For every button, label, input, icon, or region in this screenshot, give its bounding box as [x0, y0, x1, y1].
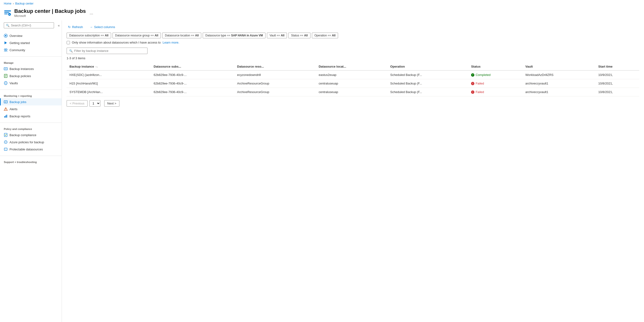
svg-rect-17 — [4, 101, 7, 103]
previous-button[interactable]: < Previous — [66, 100, 88, 106]
status-label: Completed — [476, 73, 490, 77]
refresh-button[interactable]: ↻ Refresh — [66, 24, 84, 30]
cell-operation: Scheduled Backup (F... — [387, 70, 468, 79]
sidebar-item-backup-jobs-label: Backup jobs — [10, 100, 26, 104]
nav-section-top: Overview Getting started Community — [0, 30, 62, 56]
failed-icon — [471, 90, 474, 94]
completed-icon — [471, 73, 474, 77]
sidebar-item-community[interactable]: Community — [0, 46, 62, 54]
backup-reports-icon — [4, 114, 8, 118]
cell-datasource-subs: 62b829ee-7936-40c9-... — [151, 88, 234, 96]
nav-section-policy: Policy and compliance Backup compliance … — [0, 124, 62, 155]
breadcrumb-current[interactable]: Backup center — [15, 2, 34, 5]
filter-chips: Datasource subscription == All Datasourc… — [66, 32, 639, 38]
cell-status: Failed — [468, 79, 522, 88]
sidebar: 🔍 « Overview Getting started — [0, 20, 62, 322]
cell-vault: WorkloadAzDrillZRS — [522, 70, 596, 79]
filter-input-wrap: 🔍 — [66, 48, 148, 54]
filter-chip-datasource-resource-group[interactable]: Datasource resource group == All — [112, 32, 161, 38]
overview-icon — [4, 34, 8, 38]
status-failed: Failed — [471, 90, 520, 94]
cell-status: Completed — [468, 70, 522, 79]
refresh-icon: ↻ — [68, 25, 71, 29]
datasource-checkbox-label: Only show information about datasources … — [72, 41, 161, 44]
col-status: Status — [468, 63, 522, 70]
cell-datasource-reso: ArchiveResourceGroup — [234, 88, 316, 96]
select-columns-icon: → — [90, 25, 93, 29]
svg-rect-23 — [4, 116, 5, 118]
sidebar-item-vaults[interactable]: Vaults — [0, 80, 62, 87]
cell-start-time: 10/9/2021, — [596, 70, 639, 79]
filter-chip-vault[interactable]: Vault == All — [267, 32, 287, 38]
next-button[interactable]: Next > — [104, 100, 120, 106]
svg-rect-24 — [6, 116, 6, 118]
table-row[interactable]: SYSTEMDB [ArchHan... 62b829ee-7936-40c9-… — [66, 88, 639, 96]
cell-start-time: 10/8/2021, — [596, 79, 639, 88]
sidebar-item-protectable-datasources-label: Protectable datasources — [10, 148, 43, 151]
svg-rect-10 — [5, 68, 7, 69]
svg-point-5 — [5, 35, 6, 36]
sidebar-search-input[interactable] — [11, 24, 52, 27]
col-start-time: Start time — [596, 63, 639, 70]
cell-status: Failed — [468, 88, 522, 96]
sidebar-search[interactable]: 🔍 — [4, 22, 54, 28]
divider-policy — [0, 122, 62, 123]
sort-icon[interactable]: ↑↓ — [96, 66, 98, 68]
select-columns-button[interactable]: → Select columns — [88, 24, 116, 30]
sidebar-item-backup-policies[interactable]: Backup policies — [0, 72, 62, 80]
status-completed: Completed — [471, 73, 520, 77]
header-icon — [4, 9, 12, 17]
sidebar-item-getting-started[interactable]: Getting started — [0, 39, 62, 46]
sidebar-item-backup-instances[interactable]: Backup instances — [0, 65, 62, 72]
svg-point-16 — [5, 82, 6, 84]
azure-policies-icon — [4, 140, 8, 144]
sidebar-item-protectable-datasources[interactable]: Protectable datasources — [0, 146, 62, 153]
policy-section-title: Policy and compliance — [0, 126, 62, 131]
filter-backup-instance-input[interactable] — [74, 49, 145, 52]
ellipsis-button[interactable]: ... — [89, 10, 94, 16]
sidebar-item-backup-compliance[interactable]: Backup compliance — [0, 131, 62, 138]
svg-point-22 — [6, 110, 6, 110]
table-row[interactable]: HXE(SDC) [azdrillzon... 62b829ee-7936-40… — [66, 70, 639, 79]
filter-chip-datasource-subscription[interactable]: Datasource subscription == All — [66, 32, 111, 38]
sidebar-item-overview[interactable]: Overview — [0, 32, 62, 39]
breadcrumb-home[interactable]: Home — [4, 2, 12, 5]
items-count: 1-3 of 3 items — [66, 56, 639, 60]
datasource-checkbox[interactable] — [66, 41, 70, 44]
search-icon: 🔍 — [6, 24, 10, 27]
sidebar-item-backup-jobs[interactable]: Backup jobs — [0, 98, 62, 106]
filter-chip-operation[interactable]: Operation == All — [312, 32, 338, 38]
page-select[interactable]: 1 — [90, 100, 100, 106]
svg-rect-1 — [4, 12, 9, 13]
backup-compliance-icon — [4, 133, 8, 137]
status-failed: Failed — [471, 82, 520, 85]
filter-chip-datasource-location[interactable]: Datasource location == All — [162, 32, 201, 38]
page-header: Backup center | Backup jobs Microsoft ..… — [0, 7, 644, 20]
sidebar-item-backup-instances-label: Backup instances — [10, 67, 34, 71]
sidebar-item-backup-reports[interactable]: Backup reports — [0, 112, 62, 120]
backup-policies-icon — [4, 74, 8, 78]
col-backup-instance: Backup instance ↑↓ — [66, 63, 151, 70]
sidebar-item-backup-policies-label: Backup policies — [10, 74, 31, 78]
cell-datasource-subs: 62b829ee-7936-40c9-... — [151, 70, 234, 79]
pagination: < Previous 1 Next > — [66, 100, 639, 106]
filter-search-icon: 🔍 — [69, 49, 73, 52]
sidebar-item-alerts[interactable]: Alerts — [0, 106, 62, 112]
backup-instances-icon — [4, 67, 8, 71]
sidebar-item-backup-compliance-label: Backup compliance — [10, 133, 36, 137]
svg-point-8 — [6, 49, 7, 50]
collapse-sidebar-button[interactable]: « — [57, 22, 61, 28]
sidebar-item-azure-policies[interactable]: Azure policies for backup — [0, 138, 62, 146]
search-row: 🔍 « — [0, 20, 62, 30]
filter-chip-status[interactable]: Status == All — [288, 32, 310, 38]
sidebar-item-community-label: Community — [10, 48, 25, 52]
divider-monitoring — [0, 90, 62, 90]
toolbar: ↻ Refresh → Select columns — [66, 24, 639, 30]
backup-jobs-icon — [4, 100, 8, 104]
table-row[interactable]: H15 [ArchHanaVM1] 62b829ee-7936-40c9-...… — [66, 79, 639, 88]
cell-datasource-locat: eastus2euap — [316, 70, 387, 79]
filter-chip-datasource-type[interactable]: Datasource type == SAP HANA in Azure VM — [203, 32, 266, 38]
learn-more-link[interactable]: Learn more. — [163, 41, 180, 44]
sidebar-item-alerts-label: Alerts — [10, 107, 17, 111]
cell-operation: Scheduled Backup (F... — [387, 88, 468, 96]
